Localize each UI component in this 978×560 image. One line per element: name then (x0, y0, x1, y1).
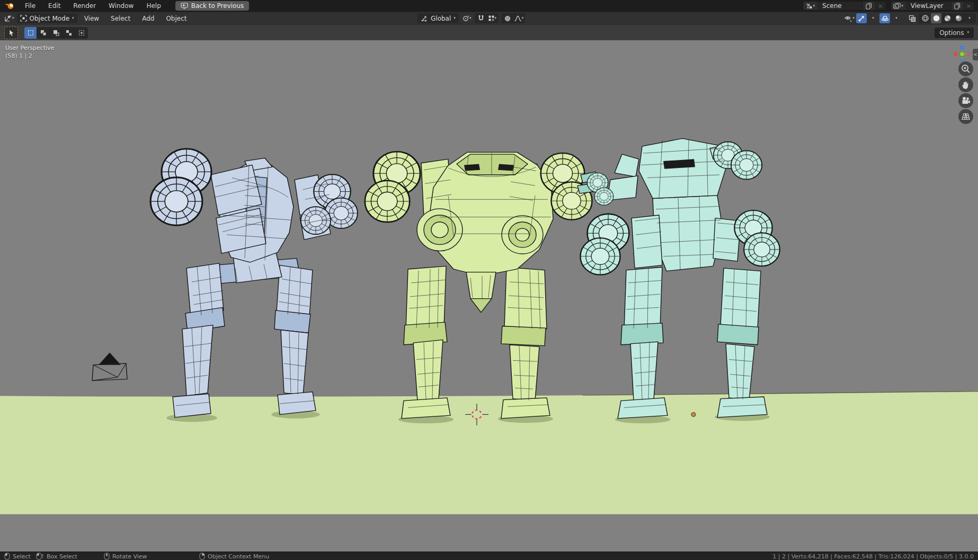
proportional-editing-button[interactable] (502, 13, 513, 23)
chevron-down-icon: ▾ (852, 16, 855, 20)
menu-file[interactable]: File (19, 2, 41, 10)
chevron-down-icon: ▾ (469, 16, 472, 20)
magnifier-icon (960, 63, 972, 75)
menu-render[interactable]: Render (67, 2, 102, 10)
back-screen-icon (181, 3, 188, 9)
viewlayer-selector: ▾ ViewLayer × (891, 1, 975, 11)
shading-mode-group: ▾ (919, 13, 976, 23)
pivot-point-dropdown[interactable]: ▾ (461, 13, 472, 23)
select-mode-intersect-button[interactable] (75, 27, 88, 39)
scene-icon (805, 3, 813, 10)
options-label: Options (939, 29, 964, 37)
shading-solid-button[interactable] (931, 13, 941, 23)
chevron-down-icon: ▾ (813, 4, 815, 8)
menu-add[interactable]: Add (137, 14, 159, 23)
select-mode-new-button[interactable] (24, 27, 37, 39)
editor-type-button[interactable]: ▾ (3, 13, 15, 23)
proportional-falloff-dropdown[interactable]: ▾ (513, 13, 524, 23)
topbar: File Edit Render Window Help Back to Pre… (0, 0, 978, 12)
camera-view-button[interactable] (958, 93, 973, 108)
shading-material-button[interactable] (942, 13, 953, 23)
gizmo-axis-x[interactable] (954, 52, 958, 56)
editor-3d-viewport-icon (4, 15, 12, 22)
menu-select[interactable]: Select (106, 14, 135, 23)
sidebar-toggle[interactable]: < (973, 49, 978, 60)
remove-viewlayer-button[interactable]: × (963, 3, 974, 10)
mech-cyan[interactable] (577, 138, 780, 418)
magnet-icon (477, 15, 485, 22)
mouse-left-icon (4, 553, 10, 560)
scene-name[interactable]: Scene (817, 2, 863, 10)
mech-blue[interactable] (150, 149, 358, 417)
object-origin-dot[interactable] (691, 413, 696, 416)
show-gizmo-toggle[interactable] (856, 13, 867, 23)
active-collection-label: (58) 1 | 2 (5, 52, 54, 60)
ground-plane[interactable] (0, 392, 978, 514)
toggle-xray-button[interactable] (907, 13, 918, 23)
select-extend-icon (40, 29, 47, 37)
shading-rendered-button[interactable] (953, 13, 964, 23)
hand-icon (960, 79, 972, 91)
viewlayer-icon (893, 3, 901, 10)
gizmo-axis-x-neg[interactable] (967, 52, 971, 56)
zoom-view-button[interactable] (958, 61, 973, 76)
options-button[interactable]: Options ▾ (935, 28, 974, 38)
viewlayer-name[interactable]: ViewLayer (905, 2, 951, 10)
new-scene-button[interactable] (863, 2, 875, 10)
overlays-dropdown[interactable]: ▾ (891, 13, 902, 23)
select-mode-extend-button[interactable] (37, 27, 50, 39)
3d-viewport[interactable]: User Perspective (58) 1 | 2 (0, 40, 978, 552)
menu-help[interactable]: Help (140, 2, 166, 10)
hint-select-label: Select (13, 553, 31, 560)
hint-context-menu-label: Object Context Menu (208, 553, 269, 560)
duplicate-icon (866, 3, 872, 10)
show-overlays-toggle[interactable] (879, 13, 890, 23)
viewport-header: ▾ Object Mode ▾ View Select Add Object (0, 12, 978, 24)
chevron-down-icon: ▾ (72, 16, 74, 20)
select-invert-icon (65, 29, 73, 37)
gizmo-axis-y[interactable] (959, 51, 965, 57)
toggle-ortho-button[interactable] (958, 109, 973, 124)
shading-wireframe-button[interactable] (920, 13, 930, 23)
pan-view-button[interactable] (958, 77, 973, 92)
perspective-grid-icon (960, 111, 972, 122)
new-viewlayer-button[interactable] (951, 2, 963, 10)
mode-dropdown[interactable]: Object Mode ▾ (17, 13, 77, 23)
view-perspective-label: User Perspective (5, 44, 54, 52)
shading-dropdown[interactable]: ▾ (964, 13, 975, 23)
mouse-left-drag-icon (36, 553, 44, 560)
hint-box-select-label: Box Select (47, 553, 77, 560)
camera-icon (960, 95, 972, 106)
snap-toggle-button[interactable] (476, 13, 486, 23)
back-to-previous-button[interactable]: Back to Previous (175, 1, 250, 11)
mouse-right-icon (199, 553, 205, 560)
snap-settings-dropdown[interactable]: ▾ (487, 13, 497, 23)
gizmo-dropdown[interactable]: ▾ (868, 13, 878, 23)
transform-orientation-dropdown[interactable]: Global ▾ (417, 13, 459, 23)
scene-browse-button[interactable]: ▾ (803, 2, 817, 10)
select-new-icon (27, 29, 34, 37)
unlink-scene-button[interactable]: × (875, 3, 886, 10)
chevron-down-icon: ▾ (895, 16, 897, 20)
duplicate-icon (954, 3, 961, 10)
menu-window[interactable]: Window (103, 2, 139, 10)
active-tool-button[interactable] (4, 26, 18, 39)
mech-green[interactable] (365, 152, 592, 419)
scene-canvas[interactable] (0, 40, 978, 552)
object-mode-icon (20, 15, 27, 22)
gizmo-axis-z[interactable] (960, 46, 965, 50)
menu-edit[interactable]: Edit (42, 2, 66, 10)
blender-logo-icon[interactable] (3, 2, 18, 10)
back-to-previous-label: Back to Previous (191, 2, 244, 10)
select-mode-subtract-button[interactable] (50, 27, 63, 39)
camera-object[interactable] (92, 353, 127, 381)
viewlayer-browse-button[interactable]: ▾ (891, 2, 905, 10)
select-subtract-icon (52, 29, 60, 37)
wireframe-sphere-icon (921, 14, 929, 22)
chevron-down-icon: ▾ (872, 16, 874, 20)
menu-view[interactable]: View (79, 14, 104, 23)
menu-object[interactable]: Object (161, 14, 191, 23)
chevron-down-icon: ▾ (968, 16, 971, 20)
object-visibility-dropdown[interactable]: ▾ (843, 13, 855, 23)
select-mode-invert-button[interactable] (63, 27, 75, 39)
